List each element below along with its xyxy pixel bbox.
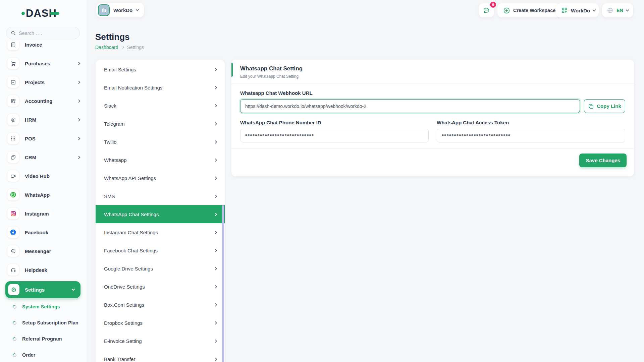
- sidebar-item-hrm[interactable]: HRM: [0, 110, 87, 129]
- messenger-icon: [7, 245, 19, 257]
- sidebar-item-accounting[interactable]: Accounting: [0, 92, 87, 110]
- sidebar: DASH Invoice Purchases: [0, 0, 87, 362]
- video-hub-icon: [7, 170, 19, 182]
- sidebar-item-whatsapp[interactable]: WhatsApp: [0, 185, 87, 204]
- sidebar-item-label: Instagram: [25, 211, 80, 217]
- sidebar-menu: Invoice Purchases Projects: [0, 41, 87, 362]
- create-workspace-button[interactable]: Create Workspace: [497, 3, 561, 17]
- panel-subtitle: Edit your Whatsapp Chat Setting: [240, 74, 625, 79]
- workspace-name: WorkDo: [113, 7, 132, 13]
- chevron-right-icon: [77, 80, 80, 84]
- chevron-right-icon: [214, 267, 217, 270]
- sidebar-subitem-referral-program[interactable]: Referral Program: [0, 331, 87, 347]
- chevron-right-icon: [77, 118, 80, 121]
- nav-item-label: Instagram Chat Settings: [104, 230, 158, 235]
- gear-icon: ⚙: [8, 284, 19, 295]
- nav-item-label: Google Drive Settings: [104, 266, 153, 272]
- chevron-right-icon: [214, 68, 217, 71]
- nav-item-label: Twilio: [104, 139, 117, 145]
- breadcrumb: Dashboard Settings: [95, 45, 144, 50]
- chevron-right-icon: [214, 140, 217, 143]
- access-token-input[interactable]: [437, 129, 625, 142]
- language-selector[interactable]: EN: [602, 3, 633, 17]
- sidebar-item-instagram[interactable]: Instagram: [0, 204, 87, 223]
- settings-nav-email-notification-settings[interactable]: Email Notification Settings: [96, 78, 225, 97]
- settings-nav-instagram-chat-settings[interactable]: Instagram Chat Settings: [96, 223, 225, 241]
- sidebar-search[interactable]: [6, 27, 80, 39]
- instagram-icon: [7, 208, 19, 219]
- sidebar-item-label: CRM: [25, 155, 77, 160]
- breadcrumb-dashboard-link[interactable]: Dashboard: [95, 45, 118, 50]
- sidebar-item-settings[interactable]: ⚙ Settings: [5, 281, 80, 298]
- page-title: Settings: [95, 32, 130, 42]
- search-input[interactable]: [19, 31, 75, 36]
- webhook-url-input[interactable]: [240, 99, 580, 113]
- chevron-right-icon: [214, 357, 217, 360]
- sidebar-item-crm[interactable]: CRM: [0, 148, 87, 167]
- nav-scrollbar-thumb[interactable]: [222, 205, 224, 362]
- nav-item-label: Dropbox Settings: [104, 320, 143, 326]
- access-token-label: WhatsApp Chat Access Token: [437, 120, 625, 125]
- settings-nav-dropbox-settings[interactable]: Dropbox Settings: [96, 314, 225, 332]
- bullet-icon: [12, 304, 17, 309]
- messages-count-badge: 0: [489, 1, 497, 8]
- settings-nav-google-drive-settings[interactable]: Google Drive Settings: [96, 259, 225, 278]
- language-code: EN: [616, 8, 623, 13]
- settings-nav-facebook-chat-settings[interactable]: Facebook Chat Settings: [96, 241, 225, 259]
- grid-plus-icon: [561, 7, 568, 14]
- panel-accent-bar: [231, 63, 233, 77]
- sidebar-subitem-setup-subscription-plan[interactable]: Setup Subscription Plan: [0, 315, 87, 331]
- purchases-icon: [7, 58, 19, 69]
- globe-icon: [607, 7, 613, 14]
- dash-logo[interactable]: DASH: [21, 7, 59, 19]
- settings-nav-whatsapp-chat-settings[interactable]: WhatsApp Chat Settings: [96, 205, 225, 223]
- sidebar-subitem-label: Referral Program: [22, 336, 62, 342]
- sidebar-item-label: Settings: [25, 287, 49, 293]
- bullet-icon: [12, 320, 17, 325]
- copy-link-label: Copy Link: [597, 103, 621, 109]
- settings-nav-einvoice-setting[interactable]: E-invoice Setting: [96, 332, 225, 350]
- chevron-right-icon: [214, 339, 217, 342]
- settings-nav-whatsapp-api-settings[interactable]: WhatsApp API Settings: [96, 169, 225, 187]
- sidebar-item-label: Helpdesk: [25, 267, 80, 273]
- projects-icon: [7, 76, 19, 88]
- plus-circle-icon: [503, 7, 510, 14]
- sidebar-item-facebook[interactable]: Facebook: [0, 223, 87, 242]
- settings-nav-email-settings[interactable]: Email Settings: [96, 60, 225, 78]
- sidebar-item-label: POS: [25, 136, 77, 141]
- sidebar-subitem-label: Setup Subscription Plan: [22, 320, 78, 325]
- create-workspace-label: Create Workspace: [513, 8, 555, 13]
- workspace-selector[interactable]: WorkDo: [96, 3, 144, 17]
- chevron-right-icon: [214, 249, 217, 252]
- settings-nav-sms[interactable]: SMS: [96, 187, 225, 205]
- settings-nav-whatsapp[interactable]: Whatsapp: [96, 151, 225, 169]
- logo-dot-icon: [21, 12, 25, 15]
- hrm-icon: [7, 114, 19, 125]
- sidebar-item-messenger[interactable]: Messenger: [0, 242, 87, 260]
- copy-link-button[interactable]: Copy Link: [584, 99, 625, 113]
- messages-button[interactable]: 0: [479, 3, 494, 17]
- sidebar-item-pos[interactable]: POS: [0, 129, 87, 148]
- settings-nav-telegram[interactable]: Telegram: [96, 115, 225, 133]
- sidebar-subitem-system-settings[interactable]: System Settings: [0, 299, 87, 315]
- facebook-icon: [7, 227, 19, 238]
- settings-nav-twilio[interactable]: Twilio: [96, 133, 225, 151]
- chevron-right-icon: [214, 321, 217, 324]
- sidebar-item-invoice[interactable]: Invoice: [0, 41, 87, 54]
- webhook-url-label: Whatsapp Chat Webhook URL: [240, 90, 625, 96]
- chevron-right-icon: [77, 137, 80, 140]
- sidebar-item-projects[interactable]: Projects: [0, 73, 87, 92]
- settings-nav-boxcom-settings[interactable]: Box.Com Settings: [96, 296, 225, 314]
- sidebar-item-helpdesk[interactable]: Helpdesk: [0, 260, 87, 279]
- settings-nav-onedrive-settings[interactable]: OneDrive Settings: [96, 278, 225, 296]
- sidebar-subitem-order[interactable]: Order: [0, 347, 87, 362]
- settings-nav-card: Email Settings Email Notification Settin…: [96, 60, 225, 362]
- settings-nav-slack[interactable]: Slack: [96, 97, 225, 115]
- save-changes-button[interactable]: Save Changes: [579, 154, 627, 167]
- sidebar-item-video-hub[interactable]: Video Hub: [0, 167, 87, 185]
- phone-number-id-input[interactable]: [240, 129, 429, 142]
- workspace-menu-button[interactable]: WorkDo: [556, 3, 599, 17]
- settings-nav-bank-transfer[interactable]: Bank Transfer: [96, 350, 225, 362]
- accounting-icon: [7, 95, 19, 107]
- sidebar-item-purchases[interactable]: Purchases: [0, 54, 87, 73]
